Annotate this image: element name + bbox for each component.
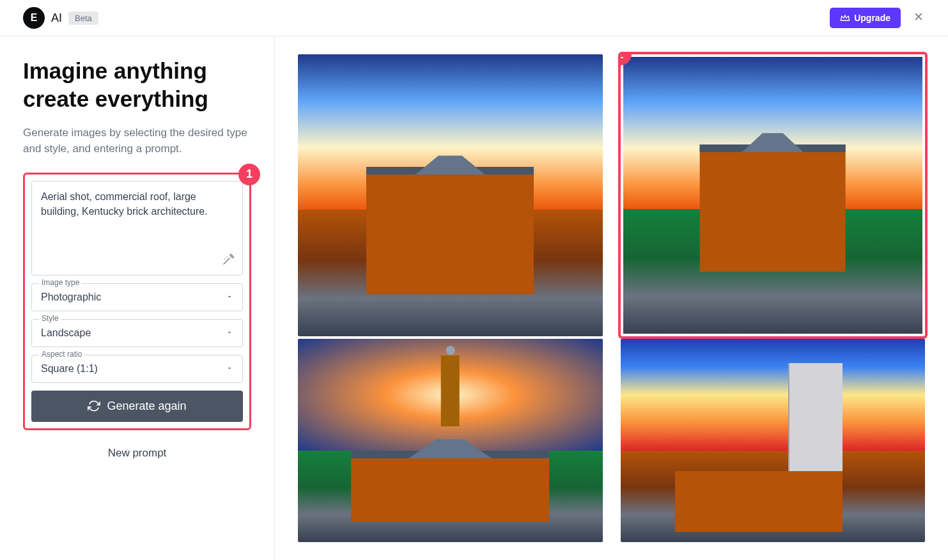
title-line-2: create everything	[23, 86, 208, 111]
aspect-ratio-select[interactable]: Square (1:1)	[31, 355, 243, 383]
style-value: Landscape	[41, 327, 91, 339]
wand-icon	[222, 253, 235, 266]
aspect-ratio-label: Aspect ratio	[39, 350, 84, 359]
upgrade-label: Upgrade	[854, 13, 890, 23]
ai-label: AI	[51, 12, 62, 25]
style-label: Style	[39, 314, 61, 323]
page-title: Imagine anything create everything	[23, 57, 251, 113]
enhance-prompt-button[interactable]	[222, 253, 235, 268]
close-button[interactable]	[912, 10, 925, 26]
header-right: Upgrade	[830, 8, 925, 28]
app-header: E AI Beta Upgrade	[0, 0, 948, 36]
generated-image-2[interactable]: 2	[621, 54, 926, 336]
annotation-badge-1: 1	[238, 164, 260, 185]
new-prompt-button[interactable]: New prompt	[23, 442, 251, 465]
chevron-down-icon	[226, 292, 233, 303]
header-left: E AI Beta	[23, 7, 98, 29]
style-field: Style Landscape	[31, 319, 243, 347]
page-subtitle: Generate images by selecting the desired…	[23, 125, 251, 157]
chevron-down-icon	[226, 327, 233, 339]
app-logo: E	[23, 7, 45, 29]
upgrade-button[interactable]: Upgrade	[830, 8, 901, 28]
generate-label: Generate again	[107, 400, 186, 413]
sidebar: Imagine anything create everything Gener…	[0, 36, 275, 560]
image-placeholder	[623, 57, 923, 334]
image-placeholder	[298, 54, 603, 336]
image-type-label: Image type	[39, 278, 82, 287]
close-icon	[912, 10, 925, 23]
image-type-select[interactable]: Photographic	[31, 283, 243, 311]
generated-image-3[interactable]	[298, 339, 603, 542]
crown-icon	[840, 13, 850, 23]
image-type-field: Image type Photographic	[31, 283, 243, 311]
style-select[interactable]: Landscape	[31, 319, 243, 347]
generated-image-4[interactable]	[621, 339, 926, 542]
image-type-value: Photographic	[41, 292, 101, 303]
main-content: Imagine anything create everything Gener…	[0, 36, 948, 560]
prompt-input-container[interactable]: Aerial shot, commercial roof, large buil…	[31, 181, 243, 276]
chevron-down-icon	[226, 363, 233, 375]
image-placeholder	[621, 339, 926, 542]
aspect-ratio-value: Square (1:1)	[41, 363, 98, 375]
refresh-icon	[88, 400, 100, 412]
prompt-text: Aerial shot, commercial roof, large buil…	[41, 189, 233, 219]
image-placeholder	[298, 339, 603, 542]
beta-badge: Beta	[68, 12, 98, 25]
generated-image-1[interactable]	[298, 54, 603, 336]
aspect-ratio-field: Aspect ratio Square (1:1)	[31, 355, 243, 383]
generate-again-button[interactable]: Generate again	[31, 391, 243, 422]
image-gallery: 2	[275, 36, 948, 560]
prompt-form: 1 Aerial shot, commercial roof, large bu…	[23, 173, 251, 430]
title-line-1: Imagine anything	[23, 58, 207, 83]
